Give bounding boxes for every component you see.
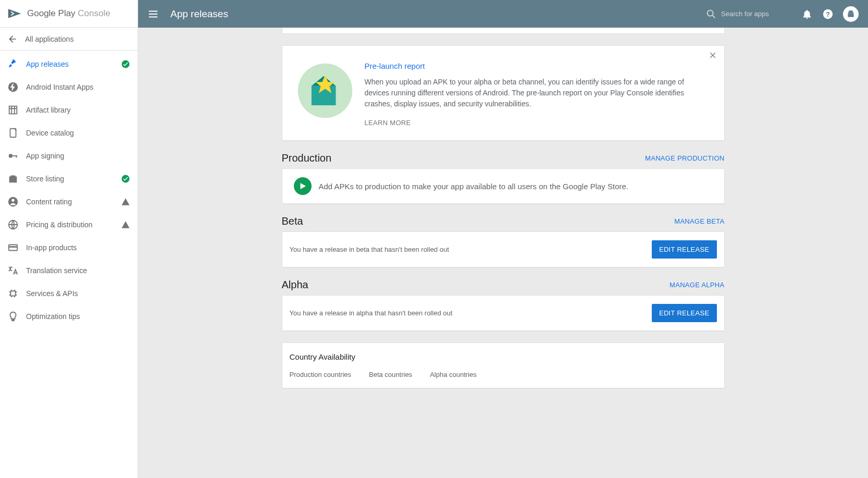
country-availability-heading: Country Availability: [290, 352, 717, 361]
main: App releases ?: [138, 0, 868, 478]
prelaunch-body: When you upload an APK to your alpha or …: [365, 77, 711, 109]
rocket-icon: [7, 58, 19, 70]
arrow-back-icon: [7, 34, 18, 44]
prelaunch-illustration-icon: [296, 62, 354, 120]
warning-icon: [121, 220, 130, 229]
play-icon: [298, 181, 307, 191]
menu-icon[interactable]: [147, 8, 159, 20]
check-circle-icon: [121, 59, 130, 69]
country-availability-card: Country Availability Production countrie…: [282, 342, 725, 388]
svg-point-7: [122, 175, 130, 183]
svg-text:?: ?: [826, 10, 830, 18]
sidebar-item-label: Android Instant Apps: [26, 83, 130, 91]
lightbulb-icon: [7, 311, 19, 322]
previous-card-edge: [282, 28, 725, 34]
globe-icon: [7, 219, 19, 230]
library-icon: [7, 104, 19, 116]
svg-point-9: [11, 199, 15, 202]
sidebar-item-label: Device catalog: [26, 129, 130, 137]
close-button[interactable]: [709, 51, 717, 61]
beta-heading: Beta: [282, 215, 303, 227]
production-heading: Production: [282, 152, 332, 164]
content-scroll[interactable]: Pre-launch report When you upload an APK…: [138, 28, 868, 478]
device-icon: [7, 127, 19, 139]
sidebar-item-artifact-library[interactable]: Artifact library: [0, 99, 138, 121]
android-icon: [846, 9, 855, 19]
logo[interactable]: Google Play Console: [0, 0, 138, 28]
sidebar-item-label: Content rating: [26, 198, 121, 206]
svg-point-4: [9, 154, 13, 157]
check-circle-icon: [121, 174, 130, 183]
sidebar-item-instant-apps[interactable]: Android Instant Apps: [0, 76, 138, 99]
search[interactable]: [705, 8, 784, 20]
svg-point-1: [122, 60, 130, 68]
sidebar-item-in-app-products[interactable]: In-app products: [0, 236, 138, 259]
manage-alpha-link[interactable]: MANAGE ALPHA: [669, 281, 724, 289]
alpha-card: You have a release in alpha that hasn't …: [282, 295, 725, 331]
logo-text: Google Play Console: [27, 8, 110, 19]
svg-rect-12: [9, 246, 18, 248]
beta-message: You have a release in beta that hasn't b…: [290, 246, 449, 253]
tab-beta-countries[interactable]: Beta countries: [369, 371, 412, 378]
alpha-header: Alpha MANAGE ALPHA: [282, 279, 725, 291]
close-icon: [709, 51, 717, 59]
sidebar-item-app-releases[interactable]: App releases: [0, 53, 138, 76]
prelaunch-title: Pre-launch report: [365, 62, 711, 70]
country-tabs: Production countries Beta countries Alph…: [290, 371, 717, 378]
tab-production-countries[interactable]: Production countries: [290, 371, 352, 378]
sidebar-item-label: App releases: [26, 60, 121, 68]
production-message: Add APKs to production to make your app …: [319, 182, 629, 191]
sidebar-item-translation-service[interactable]: Translation service: [0, 259, 138, 282]
tab-alpha-countries[interactable]: Alpha countries: [430, 371, 477, 378]
search-input[interactable]: [721, 10, 784, 18]
sidebar-item-content-rating[interactable]: Content rating: [0, 190, 138, 213]
sidebar-item-label: Translation service: [26, 266, 130, 275]
page-title: App releases: [170, 8, 705, 20]
sidebar-item-label: Pricing & distribution: [26, 220, 121, 229]
edit-beta-release-button[interactable]: EDIT RELEASE: [652, 240, 717, 259]
notifications-icon[interactable]: [801, 8, 813, 20]
account-avatar[interactable]: [843, 6, 859, 22]
sidebar-item-app-signing[interactable]: App signing: [0, 144, 138, 167]
svg-marker-21: [300, 183, 306, 189]
svg-point-14: [708, 10, 713, 16]
alpha-message: You have a release in alpha that hasn't …: [290, 309, 453, 317]
sidebar-item-services-apis[interactable]: Services & APIs: [0, 282, 138, 305]
person-circle-icon: [7, 196, 19, 207]
edit-alpha-release-button[interactable]: EDIT RELEASE: [652, 304, 717, 322]
production-header: Production MANAGE PRODUCTION: [282, 152, 725, 164]
nav: App releases Android Instant Apps Artifa…: [0, 51, 138, 478]
svg-rect-3: [10, 129, 16, 138]
sidebar-item-label: In-app products: [26, 243, 130, 252]
sidebar-item-optimization-tips[interactable]: Optimization tips: [0, 305, 138, 328]
sidebar: Google Play Console All applications App…: [0, 0, 138, 478]
shop-icon: [7, 173, 19, 185]
beta-card: You have a release in beta that hasn't b…: [282, 231, 725, 267]
api-icon: [7, 288, 19, 299]
svg-rect-13: [10, 291, 15, 296]
beta-header: Beta MANAGE BETA: [282, 215, 725, 227]
credit-card-icon: [7, 242, 19, 253]
learn-more-link[interactable]: LEARN MORE: [365, 119, 711, 127]
search-icon: [705, 8, 717, 20]
bolt-icon: [7, 81, 19, 93]
translate-icon: [7, 265, 19, 276]
sidebar-item-label: App signing: [26, 152, 130, 160]
back-all-applications[interactable]: All applications: [0, 28, 138, 51]
play-console-logo-icon: [7, 8, 22, 19]
svg-marker-0: [8, 9, 21, 18]
sidebar-item-label: Services & APIs: [26, 289, 130, 298]
sidebar-item-pricing-distribution[interactable]: Pricing & distribution: [0, 213, 138, 236]
manage-production-link[interactable]: MANAGE PRODUCTION: [645, 154, 724, 162]
topbar: App releases ?: [138, 0, 868, 28]
prelaunch-card: Pre-launch report When you upload an APK…: [282, 45, 725, 141]
manage-beta-link[interactable]: MANAGE BETA: [674, 217, 724, 225]
key-icon: [7, 150, 19, 162]
sidebar-item-device-catalog[interactable]: Device catalog: [0, 121, 138, 144]
sidebar-item-store-listing[interactable]: Store listing: [0, 167, 138, 190]
sidebar-item-label: Store listing: [26, 175, 121, 183]
back-label: All applications: [25, 35, 73, 43]
warning-icon: [121, 197, 130, 206]
help-icon[interactable]: ?: [822, 8, 834, 20]
play-badge: [294, 177, 312, 195]
